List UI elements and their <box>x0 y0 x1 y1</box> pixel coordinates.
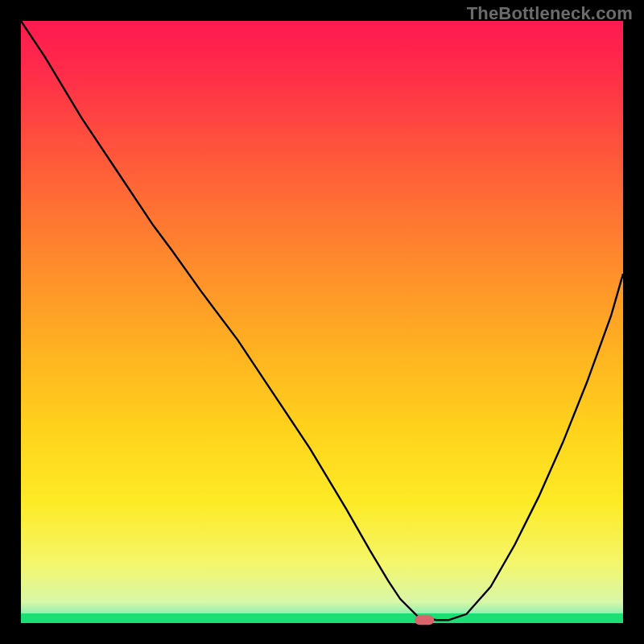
chart-frame: TheBottleneck.com <box>0 0 644 644</box>
bottleneck-chart <box>0 0 644 644</box>
plot-area <box>21 21 623 623</box>
green-baseline <box>21 613 623 623</box>
optimal-marker <box>415 615 434 625</box>
